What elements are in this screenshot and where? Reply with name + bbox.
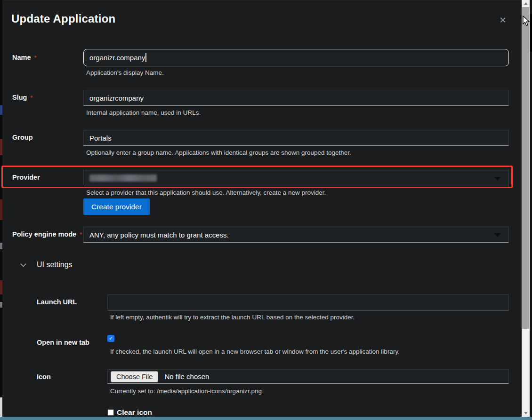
name-input-value: organizr.company	[89, 54, 145, 62]
launch-url-input[interactable]	[107, 294, 509, 310]
scrollbar-down-button[interactable]	[522, 410, 530, 417]
open-in-new-tab-help-text: If checked, the launch URL will open in …	[110, 348, 400, 355]
policy-engine-mode-select[interactable]: ANY, any policy must match to grant acce…	[83, 227, 509, 243]
vertical-scrollbar[interactable]	[522, 0, 530, 420]
ui-settings-section-toggle[interactable]: UI settings	[21, 261, 73, 269]
slug-help-text: Internal application name, used in URLs.	[86, 109, 201, 116]
right-edge-notch	[530, 14, 532, 52]
close-icon[interactable]: ✕	[497, 14, 509, 26]
create-provider-button[interactable]: Create provider	[83, 198, 150, 215]
group-input-value: Portals	[89, 134, 112, 142]
name-help-text: Application's display Name.	[86, 69, 164, 76]
icon-help-text: Currently set to: /media/application-ico…	[110, 388, 262, 395]
slug-label: Slug*	[12, 94, 32, 101]
provider-redacted-value	[89, 174, 157, 182]
right-edge-strip	[530, 0, 532, 420]
clear-icon-label: Clear icon	[117, 408, 152, 417]
required-asterisk: *	[80, 231, 82, 238]
ui-settings-section-label: UI settings	[37, 261, 73, 269]
name-input[interactable]: organizr.company	[83, 49, 509, 66]
choose-file-button[interactable]: Choose File	[111, 371, 158, 382]
launch-url-help-text: If left empty, authentik will try to ext…	[110, 314, 355, 321]
arrow-up-icon	[524, 2, 528, 5]
icon-file-input[interactable]: Choose File No file chosen	[107, 369, 509, 384]
text-cursor	[145, 53, 146, 62]
launch-url-label: Launch URL	[37, 298, 77, 306]
policy-engine-mode-value: ANY, any policy must match to grant acce…	[89, 231, 229, 239]
caret-down-icon	[494, 233, 501, 237]
required-asterisk: *	[30, 94, 32, 101]
chevron-down-icon	[20, 261, 26, 267]
group-help-text: Optionally enter a group name. Applicati…	[86, 149, 351, 156]
arrow-down-icon	[524, 412, 528, 414]
provider-select[interactable]	[83, 170, 509, 186]
required-asterisk: *	[34, 54, 37, 61]
icon-label: Icon	[37, 373, 51, 380]
name-label: Name*	[12, 54, 37, 61]
clear-icon-checkbox[interactable]	[107, 409, 114, 416]
file-chosen-status: No file chosen	[164, 372, 209, 380]
update-application-modal: Update Application ✕ Name* organizr.comp…	[2, 0, 522, 417]
provider-label: Provider	[12, 174, 40, 181]
bottom-edge-bar	[0, 417, 532, 420]
provider-help-text: Select a provider that this application …	[86, 189, 326, 196]
check-icon: ✓	[109, 335, 113, 341]
group-input[interactable]: Portals	[83, 130, 509, 146]
slug-input[interactable]: organizrcompany	[83, 90, 509, 106]
modal-title: Update Application	[11, 12, 115, 25]
open-in-new-tab-checkbox[interactable]: ✓	[107, 335, 114, 342]
screenshot-viewport: Update Application ✕ Name* organizr.comp…	[0, 0, 532, 420]
caret-down-icon	[494, 177, 501, 181]
group-label: Group	[12, 134, 33, 141]
scrollbar-thumb[interactable]	[522, 7, 529, 329]
slug-input-value: organizrcompany	[89, 94, 144, 102]
policy-engine-mode-label: Policy engine mode*	[12, 230, 82, 238]
scrollbar-up-button[interactable]	[522, 0, 530, 7]
open-in-new-tab-label: Open in new tab	[37, 339, 89, 346]
